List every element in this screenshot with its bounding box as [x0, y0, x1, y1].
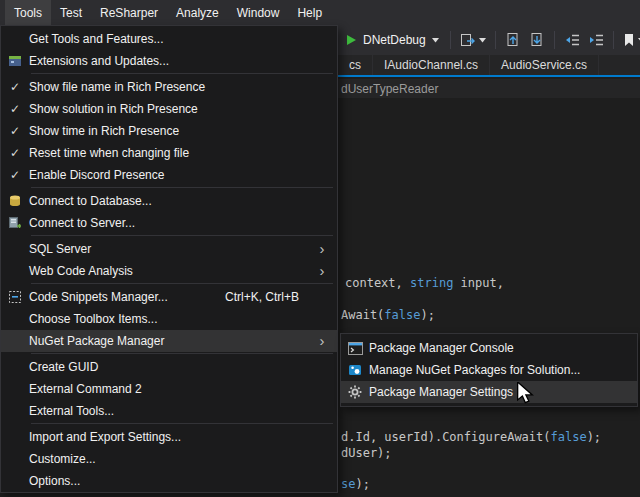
menu-item-label: Customize... — [29, 452, 96, 466]
menu-item-label: Import and Export Settings... — [29, 430, 181, 444]
tools-menu-item-show-file-name-in-rich-presence[interactable]: ✓Show file name in Rich Presence — [1, 76, 337, 98]
check-icon: ✓ — [1, 103, 29, 115]
debug-target-dropdown[interactable]: DNetDebug — [340, 31, 444, 49]
submenu-arrow-icon: › — [311, 242, 333, 256]
menu-separator — [31, 283, 333, 284]
menubar-item-help[interactable]: Help — [288, 0, 331, 25]
menu-item-label: Enable Discord Presence — [29, 168, 164, 182]
tools-menu-item-choose-toolbox-items[interactable]: Choose Toolbox Items... — [1, 308, 337, 330]
open-file-button[interactable] — [502, 29, 524, 51]
new-query-button[interactable] — [457, 29, 489, 51]
nuget-submenu: Package Manager ConsoleManage NuGet Pack… — [340, 333, 638, 407]
menu-item-label: External Command 2 — [29, 382, 142, 396]
code-token: d.Id, userId).ConfigureAwait( — [341, 430, 551, 444]
menu-item-label: NuGet Package Manager — [29, 334, 164, 348]
debug-target-label: DNetDebug — [363, 33, 426, 47]
tools-menu-item-external-command-2[interactable]: External Command 2 — [1, 378, 337, 400]
menubar-item-resharper[interactable]: ReSharper — [91, 0, 167, 25]
play-icon — [345, 34, 357, 46]
code-token: ); — [355, 477, 369, 491]
code-line: Await(false); — [341, 308, 435, 322]
tab-iaudiochannel-cs[interactable]: IAudioChannel.cs — [373, 55, 490, 75]
tab-cs[interactable]: cs — [338, 55, 373, 75]
menu-item-label: Show file name in Rich Presence — [29, 80, 205, 94]
submenu-arrow-icon: › — [311, 334, 333, 348]
code-token: false — [551, 430, 587, 444]
menu-item-label: Web Code Analysis — [29, 264, 133, 278]
menu-item-label: Reset time when changing file — [29, 146, 189, 160]
code-line: se); — [341, 477, 370, 491]
save-file-button[interactable] — [526, 29, 548, 51]
menu-separator — [31, 187, 333, 188]
code-token: se — [341, 477, 355, 491]
submenu-arrow-icon: › — [311, 264, 333, 278]
indent-increase-icon — [588, 32, 604, 48]
menu-item-label: Show time in Rich Presence — [29, 124, 179, 138]
code-token: false — [384, 308, 420, 322]
code-token: Await( — [341, 308, 384, 322]
tools-menu-item-enable-discord-presence[interactable]: ✓Enable Discord Presence — [1, 164, 337, 186]
nuget-submenu-item-package-manager-console[interactable]: Package Manager Console — [341, 337, 637, 359]
tools-menu-item-create-guid[interactable]: Create GUID — [1, 356, 337, 378]
code-line: d.Id, userId).ConfigureAwait(false); — [341, 430, 601, 444]
indent-decrease-button[interactable] — [561, 29, 583, 51]
menu-item-label: Code Snippets Manager... — [29, 290, 168, 304]
menu-item-label: Package Manager Settings — [369, 385, 513, 399]
tools-menu-item-external-tools[interactable]: External Tools... — [1, 400, 337, 422]
breadcrumb[interactable]: dUserTypeReader — [341, 82, 438, 96]
toolbar-separator — [613, 31, 614, 49]
indent-increase-button[interactable] — [585, 29, 607, 51]
tab-audioservice-cs[interactable]: AudioService.cs — [490, 55, 599, 75]
snippets-icon — [1, 290, 29, 304]
menubar-item-window[interactable]: Window — [228, 0, 289, 25]
menu-item-label: Extensions and Updates... — [29, 54, 169, 68]
menu-bar: ToolsTestReSharperAnalyzeWindowHelp — [0, 0, 640, 25]
tools-menu-item-nuget-package-manager[interactable]: NuGet Package Manager› — [1, 330, 337, 352]
menu-separator — [31, 235, 333, 236]
menubar-item-test[interactable]: Test — [51, 0, 91, 25]
mouse-cursor — [516, 382, 534, 404]
menu-item-label: Options... — [29, 474, 80, 488]
open-file-icon — [505, 32, 521, 48]
menu-item-label: External Tools... — [29, 404, 114, 418]
code-token: ); — [420, 308, 434, 322]
save-file-icon — [529, 32, 545, 48]
menu-item-label: Connect to Database... — [29, 194, 152, 208]
menu-item-label: SQL Server — [29, 242, 91, 256]
menu-item-label: Connect to Server... — [29, 216, 135, 230]
tools-menu-item-connect-to-server[interactable]: Connect to Server... — [1, 212, 337, 234]
nuget-submenu-item-manage-nuget-packages-for-solution[interactable]: Manage NuGet Packages for Solution... — [341, 359, 637, 381]
server-icon — [1, 216, 29, 230]
code-line: context, string input, — [345, 276, 504, 290]
tools-menu-item-import-and-export-settings[interactable]: Import and Export Settings... — [1, 426, 337, 448]
menu-item-label: Show solution in Rich Presence — [29, 102, 198, 116]
tools-menu: Get Tools and Features...Extensions and … — [0, 25, 338, 493]
code-token: string — [410, 276, 453, 290]
check-icon: ✓ — [1, 81, 29, 93]
code-token: context, — [345, 276, 410, 290]
menubar-item-tools[interactable]: Tools — [5, 0, 51, 25]
tools-menu-item-show-time-in-rich-presence[interactable]: ✓Show time in Rich Presence — [1, 120, 337, 142]
menubar-item-analyze[interactable]: Analyze — [167, 0, 228, 25]
tools-menu-item-connect-to-database[interactable]: Connect to Database... — [1, 190, 337, 212]
tools-menu-item-web-code-analysis[interactable]: Web Code Analysis› — [1, 260, 337, 282]
tools-menu-item-code-snippets-manager[interactable]: Code Snippets Manager...Ctrl+K, Ctrl+B — [1, 286, 337, 308]
tools-menu-item-extensions-and-updates[interactable]: Extensions and Updates... — [1, 50, 337, 72]
bookmark-button[interactable] — [620, 30, 640, 50]
code-token: dUser); — [341, 446, 392, 460]
menu-separator — [31, 73, 333, 74]
nuget-submenu-item-package-manager-settings[interactable]: Package Manager Settings — [341, 381, 637, 403]
tools-menu-item-options[interactable]: Options... — [1, 470, 337, 492]
tools-menu-item-get-tools-and-features[interactable]: Get Tools and Features... — [1, 28, 337, 50]
vs-window: ToolsTestReSharperAnalyzeWindowHelp DNet… — [0, 0, 640, 497]
toolbar-separator — [450, 31, 451, 49]
tools-menu-item-sql-server[interactable]: SQL Server› — [1, 238, 337, 260]
tools-menu-item-show-solution-in-rich-presence[interactable]: ✓Show solution in Rich Presence — [1, 98, 337, 120]
menu-separator — [31, 423, 333, 424]
menu-item-label: Get Tools and Features... — [29, 32, 164, 46]
check-icon: ✓ — [1, 125, 29, 137]
menu-item-label: Manage NuGet Packages for Solution... — [369, 363, 580, 377]
tools-menu-item-customize[interactable]: Customize... — [1, 448, 337, 470]
code-token: ); — [587, 430, 601, 444]
tools-menu-item-reset-time-when-changing-file[interactable]: ✓Reset time when changing file — [1, 142, 337, 164]
